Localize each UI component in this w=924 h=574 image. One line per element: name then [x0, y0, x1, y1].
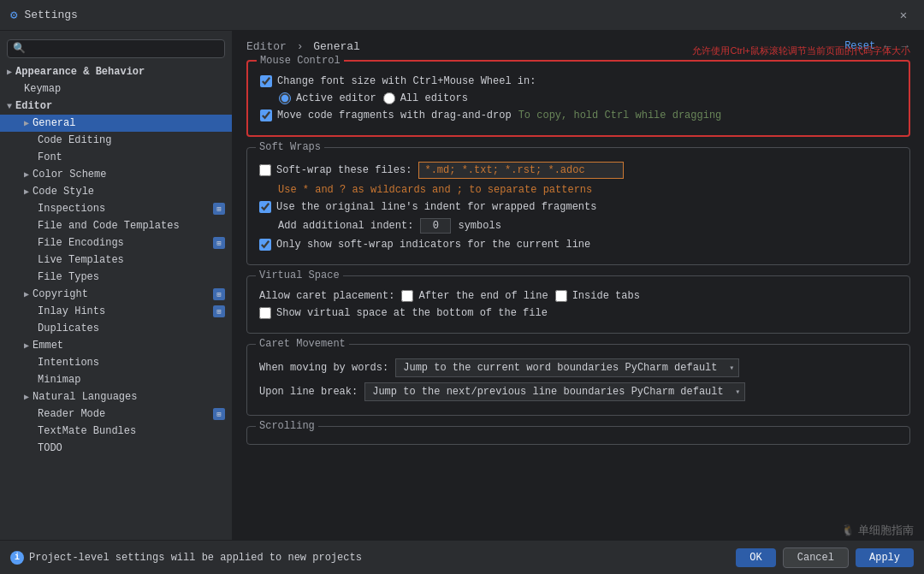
sidebar-item-file-encodings[interactable]: File Encodings ⊞ — [0, 234, 232, 251]
all-editors-label[interactable]: All editors — [383, 92, 468, 104]
font-size-label-text: Change font size with Ctrl+Mouse Wheel i… — [277, 75, 536, 87]
sidebar-item-label: TextMate Bundles — [38, 425, 136, 437]
words-dropdown-wrapper: Jump to the current word boundaries PyCh… — [395, 358, 739, 377]
break-dropdown[interactable]: Jump to the next/previous line boundarie… — [364, 382, 745, 401]
sidebar-item-appearance[interactable]: ▶ Appearance & Behavior — [0, 63, 232, 80]
sidebar-item-file-code-templates[interactable]: File and Code Templates — [0, 217, 232, 234]
caret-movement-content: When moving by words: Jump to the curren… — [259, 358, 897, 401]
additional-indent-input[interactable] — [420, 218, 451, 234]
sidebar-item-label: Reader Mode — [38, 408, 105, 420]
search-input[interactable] — [7, 39, 225, 58]
after-end-text: After the end of line — [418, 290, 548, 302]
sidebar-item-label: Emmet — [33, 340, 63, 352]
expand-arrow: ▶ — [24, 289, 29, 299]
breadcrumb: Editor › General — [246, 40, 360, 53]
sidebar-item-live-templates[interactable]: Live Templates — [0, 251, 232, 269]
indent-row: Use the original line's indent for wrapp… — [259, 201, 897, 213]
sidebar-item-editor[interactable]: ▼ Editor — [0, 98, 232, 115]
sidebar-item-general[interactable]: ▶ General — [0, 115, 232, 132]
caret-placement-row: Allow caret placement: After the end of … — [259, 290, 897, 302]
soft-wraps-section: Soft Wraps Soft-wrap these files: Use * … — [246, 147, 910, 265]
sidebar-item-code-editing[interactable]: Code Editing — [0, 132, 232, 149]
sidebar-item-color-scheme[interactable]: ▶ Color Scheme — [0, 166, 232, 183]
soft-wrap-checkbox[interactable] — [259, 164, 271, 176]
sidebar-item-label: Font — [38, 151, 62, 163]
sidebar-item-natural-languages[interactable]: ▶ Natural Languages — [0, 388, 232, 405]
font-size-row: Change font size with Ctrl+Mouse Wheel i… — [260, 75, 897, 87]
sidebar-item-font[interactable]: Font — [0, 149, 232, 166]
inside-tabs-label[interactable]: Inside tabs — [555, 290, 640, 302]
all-editors-radio[interactable] — [383, 92, 395, 104]
active-editor-radio[interactable] — [279, 92, 291, 104]
indicators-label[interactable]: Only show soft-wrap indicators for the c… — [259, 239, 590, 251]
words-dropdown[interactable]: Jump to the current word boundaries PyCh… — [395, 358, 739, 377]
additional-indent-row: Add additional indent: symbols — [259, 218, 897, 234]
break-dropdown-wrapper: Jump to the next/previous line boundarie… — [364, 382, 745, 401]
sidebar-item-code-style[interactable]: ▶ Code Style — [0, 183, 232, 200]
drag-drop-label-text: Move code fragments with drag-and-drop — [277, 109, 512, 121]
expand-arrow: ▶ — [7, 67, 12, 77]
expand-arrow: ▼ — [7, 102, 12, 111]
sidebar-item-label: File Encodings — [38, 237, 124, 249]
sidebar-item-copyright[interactable]: ▶ Copyright ⊞ — [0, 286, 232, 303]
virtual-space-title: Virtual Space — [256, 269, 343, 281]
indent-label[interactable]: Use the original line's indent for wrapp… — [259, 201, 596, 213]
bottom-bar: i Project-level settings will be applied… — [0, 540, 924, 574]
sidebar-item-label: File Types — [38, 271, 99, 283]
sidebar-item-label: Code Editing — [38, 134, 111, 146]
soft-wrap-label[interactable]: Soft-wrap these files: — [259, 164, 412, 176]
sidebar-item-label: Natural Languages — [33, 391, 137, 403]
bottom-space-text: Show virtual space at the bottom of the … — [276, 307, 548, 319]
bottom-space-checkbox[interactable] — [259, 307, 271, 319]
patterns-input[interactable] — [418, 162, 624, 179]
app-icon: ⚙ — [10, 8, 17, 22]
font-size-checkbox[interactable] — [260, 75, 272, 87]
sidebar-item-file-types[interactable]: File Types — [0, 269, 232, 286]
indent-label-text: Use the original line's indent for wrapp… — [276, 201, 596, 213]
drag-drop-hint: To copy, hold Ctrl while dragging — [518, 109, 722, 121]
bottom-space-label[interactable]: Show virtual space at the bottom of the … — [259, 307, 548, 319]
sidebar-item-label: Live Templates — [38, 254, 124, 266]
virtual-space-content: Allow caret placement: After the end of … — [259, 290, 897, 319]
sidebar-item-duplicates[interactable]: Duplicates — [0, 320, 232, 337]
active-editor-label[interactable]: Active editor — [279, 92, 376, 104]
scrolling-section: Scrolling — [246, 426, 910, 445]
sidebar-item-intentions[interactable]: Intentions — [0, 354, 232, 371]
after-end-checkbox[interactable] — [401, 290, 413, 302]
sidebar-item-label: File and Code Templates — [38, 220, 180, 232]
window-title: Settings — [24, 9, 886, 21]
patterns-hint: Use * and ? as wildcards and ; to separa… — [278, 184, 592, 196]
cancel-button[interactable]: Cancel — [783, 547, 849, 568]
inside-tabs-text: Inside tabs — [572, 290, 640, 302]
patterns-hint-row: Use * and ? as wildcards and ; to separa… — [259, 184, 897, 196]
when-moving-label: When moving by words: — [259, 362, 388, 374]
drag-drop-label[interactable]: Move code fragments with drag-and-drop — [260, 109, 512, 121]
mouse-control-section: Mouse Control Change font size with Ctrl… — [246, 60, 910, 137]
breadcrumb-current: General — [313, 40, 360, 53]
sidebar-item-todo[interactable]: TODO — [0, 440, 232, 457]
apply-button[interactable]: Apply — [856, 548, 914, 567]
additional-indent-label: Add additional indent: — [278, 220, 413, 232]
after-end-label[interactable]: After the end of line — [401, 290, 548, 302]
indent-checkbox[interactable] — [259, 201, 271, 213]
sidebar-item-inlay-hints[interactable]: Inlay Hints ⊞ — [0, 303, 232, 320]
sidebar-item-label: Appearance & Behavior — [15, 66, 145, 78]
inside-tabs-checkbox[interactable] — [555, 290, 567, 302]
expand-arrow: ▶ — [24, 186, 29, 197]
sidebar-item-inspections[interactable]: Inspections ⊞ — [0, 200, 232, 217]
sidebar-item-keymap[interactable]: Keymap — [0, 80, 232, 98]
ok-button[interactable]: OK — [736, 548, 775, 567]
sidebar-item-reader-mode[interactable]: Reader Mode ⊞ — [0, 405, 232, 423]
font-size-label[interactable]: Change font size with Ctrl+Mouse Wheel i… — [260, 75, 536, 87]
close-button[interactable]: ✕ — [893, 5, 914, 26]
sidebar-item-emmet[interactable]: ▶ Emmet — [0, 337, 232, 354]
indicator-icon: ⊞ — [213, 305, 225, 317]
indicators-checkbox[interactable] — [259, 239, 271, 251]
editor-radio-row: Active editor All editors — [260, 92, 897, 104]
moving-words-row: When moving by words: Jump to the curren… — [259, 358, 897, 377]
chinese-annotation: 允许使用Ctrl+鼠标滚轮调节当前页面的代码字体大小 — [692, 44, 910, 57]
drag-drop-checkbox[interactable] — [260, 109, 272, 121]
soft-wraps-title: Soft Wraps — [256, 141, 324, 153]
sidebar-item-minimap[interactable]: Minimap — [0, 371, 232, 388]
sidebar-item-textmate[interactable]: TextMate Bundles — [0, 423, 232, 440]
